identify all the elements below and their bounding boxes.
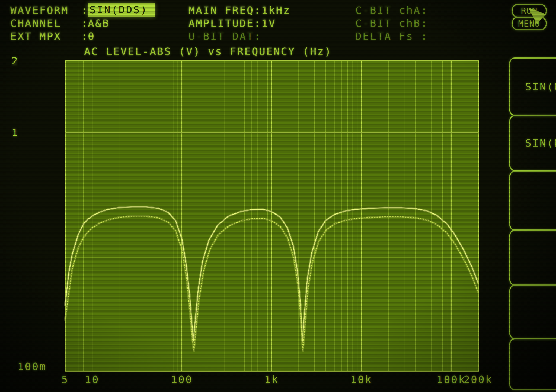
x-tick-label-100k: 100k	[437, 374, 466, 385]
x-tick-label-10: 10	[85, 374, 100, 385]
softkey-button-1[interactable]: SIN(D	[509, 57, 556, 116]
softkey-label-2: SIN(R	[525, 137, 556, 149]
softkey-button-2[interactable]: SIN(R	[509, 115, 556, 171]
x-tick-label-5: 5	[62, 374, 69, 385]
ext-mpx-colon: :	[81, 30, 89, 42]
x-tick-label-10k: 10k	[350, 374, 372, 385]
softkey-button-6[interactable]	[509, 338, 556, 390]
ext-mpx-value[interactable]: 0	[88, 30, 95, 42]
ext-mpx-label: EXT MPX	[10, 30, 61, 42]
c-bit-cha-field: C-BIT chA:	[355, 4, 428, 16]
softkey-label-1: SIN(D	[525, 81, 556, 93]
softkey-button-5[interactable]	[509, 285, 556, 339]
y-tick-label-100m: 100m	[17, 361, 47, 372]
softkey-button-4[interactable]	[509, 230, 556, 286]
chart-title: AC LEVEL-ABS (V) vs FREQUENCY (Hz)	[84, 46, 332, 57]
channel-label: CHANNEL	[10, 17, 61, 29]
channel-colon: :	[81, 17, 89, 29]
u-bit-dat-field: U-BIT DAT:	[188, 30, 261, 42]
frequency-response-chart: 5101001k10k100k200k21100m	[0, 0, 556, 392]
x-tick-label-200k: 200k	[464, 374, 493, 385]
analyzer-screen: 5101001k10k100k200k21100m WAVEFORM : SIN…	[0, 0, 556, 392]
amplitude-field: AMPLITUDE:1V	[188, 17, 276, 29]
waveform-label: WAVEFORM	[10, 4, 69, 16]
y-tick-label-2: 2	[12, 55, 19, 67]
x-tick-label-100: 100	[171, 374, 193, 385]
waveform-value[interactable]: SIN(DDS)	[88, 3, 155, 17]
softkey-button-3[interactable]	[509, 171, 556, 231]
main-freq-field: MAIN FREQ:1kHz	[188, 4, 290, 16]
delta-fs-field: DELTA Fs :	[355, 30, 428, 42]
waveform-colon: :	[81, 4, 89, 16]
x-tick-label-1k: 1k	[264, 374, 279, 385]
channel-value[interactable]: A&B	[88, 17, 110, 29]
y-tick-label-1: 1	[12, 127, 19, 139]
c-bit-chb-field: C-BIT chB:	[355, 17, 428, 29]
